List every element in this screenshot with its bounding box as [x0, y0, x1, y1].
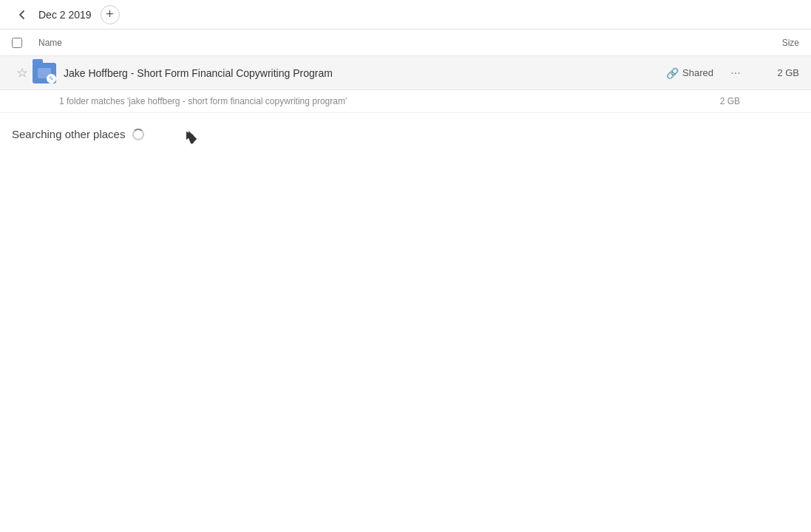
searching-label: Searching other places	[12, 128, 125, 140]
select-all-check[interactable]	[12, 38, 38, 48]
searching-other-places-row: Searching other places	[0, 113, 811, 146]
back-button[interactable]	[12, 4, 33, 25]
file-list-row[interactable]: ✎ Jake Hoffberg - Short Form Financial C…	[0, 56, 811, 90]
more-icon: ···	[730, 66, 740, 80]
loading-spinner	[132, 129, 144, 140]
more-options-button[interactable]: ···	[725, 63, 746, 83]
match-info-row: 1 folder matches 'jake hoffberg - short …	[0, 90, 811, 113]
add-button[interactable]: +	[101, 5, 120, 24]
file-size: 2 GB	[755, 67, 799, 78]
file-name: Jake Hoffberg - Short Form Financial Cop…	[64, 67, 666, 79]
folder-edit-icon: ✎	[47, 74, 56, 83]
breadcrumb: Dec 2 2019	[38, 9, 92, 21]
column-headers: Name Size	[0, 30, 811, 56]
star-icon[interactable]	[12, 68, 33, 78]
match-info-size: 2 GB	[720, 96, 740, 106]
toolbar: Dec 2 2019 +	[0, 0, 811, 30]
select-all-checkbox[interactable]	[12, 38, 22, 48]
link-icon: 🔗	[666, 67, 679, 79]
size-column-header: Size	[740, 38, 799, 48]
match-info-text: 1 folder matches 'jake hoffberg - short …	[59, 96, 347, 106]
folder-icon-wrapper: ✎	[33, 63, 56, 83]
shared-badge: 🔗 Shared	[666, 67, 713, 79]
shared-label: Shared	[682, 67, 713, 78]
name-column-header: Name	[38, 38, 740, 48]
